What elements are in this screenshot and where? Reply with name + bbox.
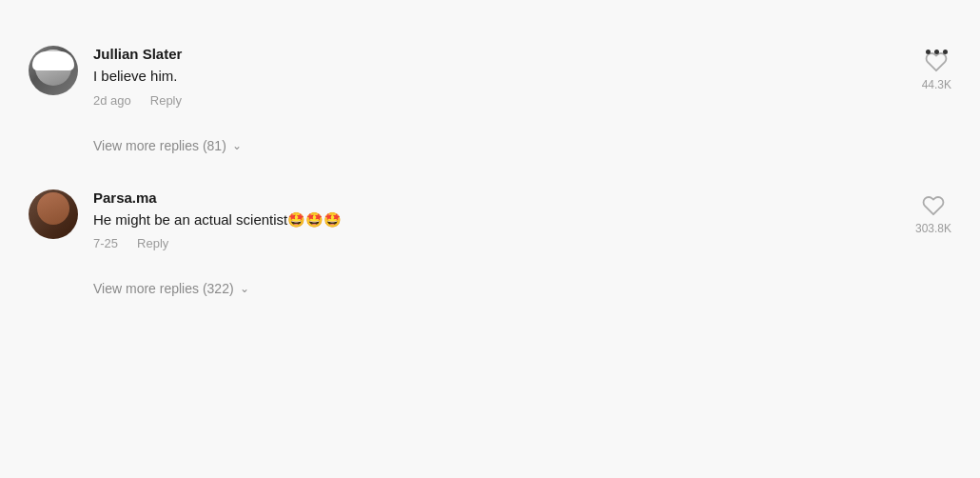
like-section: 303.8K	[915, 189, 951, 235]
view-replies-text: View more replies (81)	[93, 138, 226, 153]
comment-row: Jullian Slater I believe him. 2d ago Rep…	[29, 29, 951, 153]
comment-main: Parsa.ma He might be an actual scientist…	[29, 172, 951, 297]
username: Parsa.ma	[93, 189, 157, 206]
comment-row: Parsa.ma He might be an actual scientist…	[29, 172, 951, 297]
view-replies-button[interactable]: View more replies (322) ⌄	[93, 281, 951, 296]
comments-container: Jullian Slater I believe him. 2d ago Rep…	[0, 19, 980, 306]
comment-item: Jullian Slater I believe him. 2d ago Rep…	[29, 29, 951, 125]
comment-header: Jullian Slater	[93, 46, 903, 62]
comment-content: Jullian Slater I believe him. 2d ago Rep…	[93, 46, 903, 108]
comment-content: Parsa.ma He might be an actual scientist…	[93, 189, 896, 251]
comment-text: He might be an actual scientist🤩🤩🤩	[93, 209, 896, 231]
comment-main: Jullian Slater I believe him. 2d ago Rep…	[29, 29, 951, 153]
comment-header: Parsa.ma	[93, 189, 896, 206]
chevron-down-icon: ⌄	[232, 139, 242, 152]
timestamp: 7-25	[93, 236, 118, 250]
reply-button[interactable]: Reply	[150, 93, 182, 108]
avatar	[29, 189, 78, 239]
view-replies-button[interactable]: View more replies (81) ⌄	[93, 138, 951, 153]
like-count: 303.8K	[915, 222, 951, 235]
comment-item: Parsa.ma He might be an actual scientist…	[29, 172, 951, 269]
heart-icon[interactable]	[921, 193, 946, 218]
comment-meta: 7-25 Reply	[93, 236, 896, 250]
timestamp: 2d ago	[93, 93, 131, 108]
comment-text: I believe him.	[93, 66, 903, 88]
avatar	[29, 46, 78, 95]
dot	[926, 50, 931, 54]
chevron-down-icon: ⌄	[240, 282, 249, 295]
view-replies-text: View more replies (322)	[93, 281, 234, 296]
more-options-button[interactable]	[922, 46, 951, 58]
dot	[943, 50, 948, 54]
comment-meta: 2d ago Reply	[93, 93, 903, 108]
reply-button[interactable]: Reply	[137, 236, 168, 250]
dot	[934, 50, 939, 54]
username: Jullian Slater	[93, 46, 182, 62]
like-count: 44.3K	[922, 78, 951, 91]
